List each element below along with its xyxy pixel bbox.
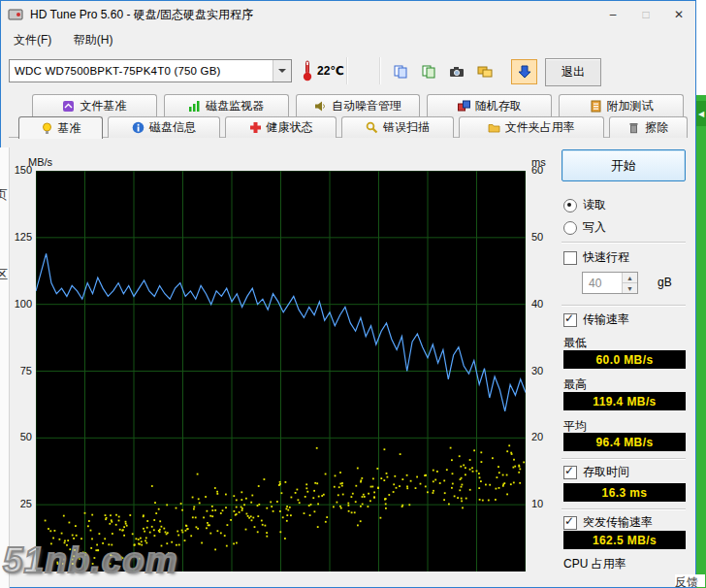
- background-corner-text: 反馈: [675, 574, 705, 587]
- transfer-rate-label: 传输速率: [583, 311, 629, 328]
- tab-extra-tests[interactable]: 附加测试: [559, 94, 684, 116]
- hdtune-window: HD Tune Pro 5.60 - 硬盘/固态硬盘实用程序 – □ ✕ 文件(…: [0, 0, 696, 588]
- write-radio[interactable]: 写入: [563, 219, 606, 236]
- burst-rate-value-box: 162.5 MB/s: [563, 531, 686, 549]
- tab-file-benchmark[interactable]: 文件基准: [32, 94, 157, 116]
- spin-up-icon[interactable]: ▲: [623, 273, 637, 283]
- chevron-down-icon[interactable]: [273, 60, 291, 82]
- toolbar-separator: [346, 57, 348, 84]
- spinner-buttons[interactable]: ▲▼: [622, 273, 637, 293]
- separator: [562, 242, 686, 244]
- tab-label: 文件夹占用率: [505, 119, 575, 136]
- tab-erase[interactable]: 擦除: [609, 116, 689, 138]
- temperature-value: 22℃: [317, 64, 344, 78]
- axis-tick: 100: [7, 298, 32, 310]
- tab-aam[interactable]: 自动噪音管理: [296, 94, 421, 116]
- axis-tick: 20: [531, 431, 543, 442]
- spin-down-icon[interactable]: ▼: [623, 283, 637, 293]
- background-text: 区: [0, 266, 8, 283]
- shortstroke-size-value: 40: [583, 273, 622, 293]
- disk-monitor-icon: [188, 100, 201, 113]
- close-button[interactable]: ✕: [662, 1, 695, 28]
- app-icon: [8, 7, 23, 22]
- separator: [562, 305, 686, 307]
- toolbar-separator: [379, 57, 381, 84]
- burst-rate-checkbox[interactable]: 突发传输速率: [563, 514, 653, 531]
- max-value-box: 119.4 MB/s: [563, 392, 686, 410]
- background-sidebar-strip: ◀: [696, 95, 706, 588]
- drive-select-value: WDC WD7500BPKT-75PK4T0 (750 GB): [10, 65, 273, 77]
- tab-error-scan[interactable]: 错误扫描: [341, 116, 454, 138]
- save-results-button[interactable]: [511, 59, 537, 84]
- tab-row-bottom: 基准磁盘信息健康状态错误扫描文件夹占用率擦除: [18, 116, 688, 138]
- shortstroke-label: 快速行程: [583, 249, 629, 266]
- min-value-box: 60.0 MB/s: [563, 350, 686, 369]
- tab-random-access[interactable]: 随机存取: [427, 94, 552, 116]
- radio-icon: [563, 221, 577, 235]
- copy-image-button[interactable]: [415, 59, 441, 84]
- screenshot-camera-button[interactable]: [443, 59, 469, 84]
- maximize-button[interactable]: □: [629, 1, 662, 28]
- separator: [562, 458, 686, 460]
- compare-results-button[interactable]: [471, 59, 497, 84]
- disk-info-icon: [132, 121, 144, 134]
- checkbox-icon: [563, 466, 577, 479]
- title-bar[interactable]: HD Tune Pro 5.60 - 硬盘/固态硬盘实用程序 – □ ✕: [1, 1, 695, 28]
- benchmark-icon: [41, 122, 53, 135]
- background-left-sliver: 页 区: [0, 147, 10, 588]
- axis-tick: 50: [7, 431, 32, 442]
- tab-benchmark[interactable]: 基准: [18, 116, 103, 139]
- exit-button[interactable]: 退出: [545, 58, 601, 86]
- tab-label: 随机存取: [475, 98, 522, 114]
- axis-tick: 75: [7, 365, 32, 376]
- tab-folder-usage[interactable]: 文件夹占用率: [459, 116, 604, 138]
- folder-usage-icon: [488, 121, 500, 134]
- checkbox-icon: [563, 251, 577, 265]
- shortstroke-size-input[interactable]: 40 ▲▼: [582, 272, 638, 294]
- max-label: 最高: [563, 376, 587, 393]
- tab-health[interactable]: 健康状态: [225, 116, 337, 138]
- window-title: HD Tune Pro 5.60 - 硬盘/固态硬盘实用程序: [30, 7, 253, 23]
- read-label: 读取: [583, 197, 606, 213]
- background-text: 页: [0, 186, 8, 204]
- access-time-label: 存取时间: [583, 464, 629, 480]
- tab-label: 自动噪音管理: [332, 98, 401, 114]
- tab-row-top: 文件基准磁盘监视器自动噪音管理随机存取附加测试: [32, 94, 684, 116]
- access-time-checkbox[interactable]: 存取时间: [563, 464, 629, 480]
- minimize-button[interactable]: –: [596, 1, 629, 28]
- access-time-value-box: 16.3 ms: [563, 483, 686, 502]
- tab-label: 基准: [58, 120, 81, 137]
- radio-icon: [563, 199, 577, 212]
- transfer-rate-checkbox[interactable]: 传输速率: [563, 311, 629, 328]
- shortstroke-unit: gB: [658, 276, 672, 289]
- tab-label: 错误扫描: [383, 119, 430, 136]
- separator: [562, 508, 686, 510]
- axis-tick: 60: [531, 164, 543, 176]
- axis-tick: 150: [7, 164, 32, 176]
- tab-disk-info[interactable]: 磁盘信息: [108, 116, 220, 138]
- copy-text-button[interactable]: [387, 59, 413, 84]
- error-scan-icon: [366, 121, 378, 134]
- tab-label: 附加测试: [607, 98, 654, 114]
- thermometer-icon: [301, 59, 314, 86]
- write-label: 写入: [583, 219, 606, 236]
- drive-select[interactable]: WDC WD7500BPKT-75PK4T0 (750 GB): [9, 59, 292, 82]
- erase-icon: [627, 121, 640, 134]
- checkbox-icon: [563, 313, 577, 327]
- axis-tick: 125: [7, 231, 32, 243]
- cpu-usage-label: CPU 占用率: [563, 556, 626, 572]
- tab-label: 健康状态: [267, 119, 313, 136]
- collapse-arrow-icon[interactable]: ◀: [696, 101, 706, 126]
- watermark: 51nb.com: [3, 540, 178, 581]
- tab-label: 文件基准: [80, 98, 126, 114]
- start-button[interactable]: 开始: [562, 149, 686, 181]
- min-label: 最低: [563, 335, 587, 351]
- file-benchmark-icon: [62, 100, 75, 113]
- axis-tick: 40: [531, 298, 543, 310]
- shortstroke-checkbox[interactable]: 快速行程: [563, 249, 629, 266]
- random-access-icon: [458, 100, 470, 113]
- axis-tick: 10: [531, 498, 543, 509]
- axis-tick: 30: [531, 365, 543, 376]
- tab-disk-monitor[interactable]: 磁盘监视器: [164, 94, 289, 116]
- read-radio[interactable]: 读取: [563, 197, 606, 213]
